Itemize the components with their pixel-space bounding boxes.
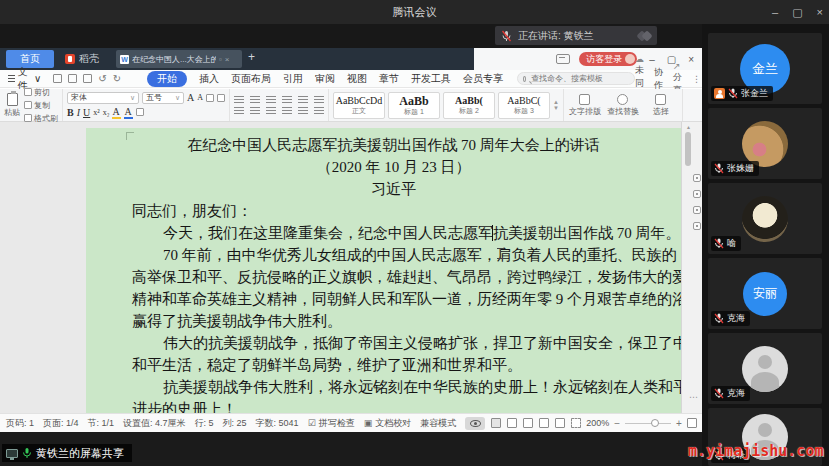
clear-format-icon[interactable] (206, 94, 214, 102)
tab-page-layout[interactable]: 页面布局 (231, 72, 271, 86)
justify-icon[interactable] (282, 107, 292, 115)
minimize-icon[interactable]: – (772, 6, 778, 18)
guest-login-button[interactable]: 访客登录 (579, 52, 637, 66)
pen-annotate-icon[interactable] (693, 174, 701, 182)
print-preview-icon[interactable] (83, 74, 92, 83)
select-button[interactable]: 选择 (644, 94, 678, 117)
tab-document[interactable]: W 在纪念中国人...大会上的讲话 ▫ × (116, 50, 242, 68)
numbered-list-icon[interactable] (250, 96, 260, 104)
restore-icon[interactable]: ▢ (792, 6, 802, 19)
zoom-out-icon[interactable]: − (614, 418, 620, 429)
zoom-level[interactable]: 200% (586, 418, 609, 428)
find-replace-button[interactable]: 查找替换 (606, 94, 640, 117)
close-icon[interactable]: × (817, 6, 823, 18)
zoom-in-icon[interactable]: + (676, 418, 682, 429)
underline-button[interactable]: U (83, 107, 90, 118)
style-heading3[interactable]: AaBbC( 标题 3 (498, 92, 550, 119)
outline-view-icon[interactable] (507, 418, 517, 428)
font-size-select[interactable]: 五号∨ (142, 92, 184, 104)
bullet-list-icon[interactable] (234, 96, 244, 104)
paragraph-mark-icon[interactable] (314, 96, 324, 104)
participant-tile[interactable]: 喻 (708, 183, 822, 254)
tab-insert[interactable]: 插入 (199, 72, 219, 86)
pen-mode-icon[interactable] (555, 418, 565, 428)
subscript-button[interactable]: x₂ (103, 108, 110, 117)
document-page[interactable]: 在纪念中国人民志愿军抗美援朝出国作战 70 周年大会上的讲话 （2020 年 1… (86, 128, 681, 413)
paste-button[interactable]: 粘贴 (4, 93, 20, 118)
style-normal[interactable]: AaBbCcDd 正文 (333, 92, 385, 119)
undo-icon[interactable]: ↺ (98, 73, 106, 84)
line-spacing-icon[interactable] (298, 107, 308, 115)
command-search[interactable] (517, 72, 635, 85)
pin-tab-icon[interactable]: ▫ (219, 55, 222, 64)
page-view-icon[interactable] (491, 418, 501, 428)
cut-button[interactable]: 剪切 (24, 87, 58, 98)
proofread-icon: ▣ (364, 418, 373, 428)
proofread-button[interactable]: ▣文档校对 (364, 417, 412, 430)
book-view-icon[interactable] (523, 418, 533, 428)
highlight-color-button[interactable]: A (112, 106, 121, 119)
font-color-button[interactable]: A (124, 106, 133, 119)
redo-icon[interactable]: ↻ (113, 73, 121, 84)
align-right-icon[interactable] (266, 107, 276, 115)
save-icon[interactable] (53, 74, 62, 83)
text-layout-button[interactable]: 文字排版 (568, 94, 602, 117)
font-name-select[interactable]: 宋体∨ (67, 92, 139, 104)
tab-review[interactable]: 审阅 (315, 72, 335, 86)
status-page-number: 页码: 1 (6, 417, 34, 430)
mic-muted-icon (714, 388, 724, 399)
tab-view[interactable]: 视图 (347, 72, 367, 86)
new-tab-button[interactable]: + (248, 50, 255, 64)
tab-docer[interactable]: 稻壳 (60, 50, 110, 68)
tab-dev-tools[interactable]: 开发工具 (411, 72, 451, 86)
close-tab-icon[interactable]: × (225, 55, 230, 64)
participant-tile[interactable]: 金兰 张金兰 (708, 33, 822, 104)
shrink-font-icon[interactable]: A (197, 93, 203, 102)
docs-panel-icon[interactable] (556, 54, 570, 64)
eye-protection-toggle[interactable] (465, 417, 485, 430)
collaborate-button[interactable]: 协作 (654, 66, 663, 92)
status-word-count[interactable]: 字数: 5041 (256, 417, 299, 430)
spell-check-toggle[interactable]: ☑拼写检查 (308, 417, 355, 430)
grow-font-icon[interactable]: A (187, 92, 194, 103)
fit-page-icon[interactable] (571, 418, 581, 428)
style-heading2[interactable]: AaBb( 标题 2 (443, 92, 495, 119)
web-view-icon[interactable] (539, 418, 549, 428)
decrease-indent-icon[interactable] (266, 96, 276, 104)
tab-start[interactable]: 开始 (147, 71, 187, 87)
char-shading-icon[interactable] (136, 108, 144, 116)
italic-button[interactable]: I (77, 107, 80, 118)
scroll-up-icon[interactable]: ▲ (686, 124, 691, 130)
fullscreen-icon[interactable] (687, 418, 697, 428)
zoom-slider-knob[interactable] (651, 419, 659, 427)
phonetic-guide-icon[interactable] (217, 94, 225, 102)
participant-tile[interactable]: 张姝姗 (708, 108, 822, 179)
tab-member[interactable]: 会员专享 (463, 72, 503, 86)
cloud-icon: ☁ (635, 54, 644, 64)
copy-button[interactable]: 复制 (24, 100, 58, 111)
style-heading1[interactable]: AaBb 标题 1 (388, 92, 440, 119)
more-tools-icon[interactable]: ⋯ (689, 392, 698, 402)
bold-button[interactable]: B (67, 107, 74, 118)
search-input[interactable] (529, 73, 629, 84)
pointer-icon[interactable] (693, 206, 701, 214)
styles-gallery: AaBbCcDd 正文 AaBb 标题 1 AaBb( 标题 2 AaBbC( … (329, 89, 564, 121)
more-menu-icon[interactable]: ⋮ (692, 74, 701, 84)
tab-references[interactable]: 引用 (283, 72, 303, 86)
zoom-slider[interactable] (625, 423, 671, 424)
sort-icon[interactable] (298, 96, 308, 104)
increase-indent-icon[interactable] (282, 96, 292, 104)
align-left-icon[interactable] (234, 107, 244, 115)
participant-tile[interactable]: 克海 (708, 333, 822, 404)
navigation-icon[interactable] (693, 222, 701, 230)
superscript-button[interactable]: x² (93, 108, 99, 117)
align-center-icon[interactable] (250, 107, 260, 115)
translate-icon[interactable] (693, 190, 701, 198)
tab-section[interactable]: 章节 (379, 72, 399, 86)
vertical-scrollbar[interactable] (685, 132, 691, 166)
print-icon[interactable] (68, 74, 77, 83)
participant-tile[interactable]: 安丽 克海 (708, 258, 822, 329)
borders-icon[interactable] (314, 107, 324, 115)
styles-scroll[interactable]: ▲▼ (553, 99, 559, 111)
wps-ribbon: 粘贴 剪切 复制 格式刷 宋体∨ 五号∨ A A (0, 89, 702, 122)
